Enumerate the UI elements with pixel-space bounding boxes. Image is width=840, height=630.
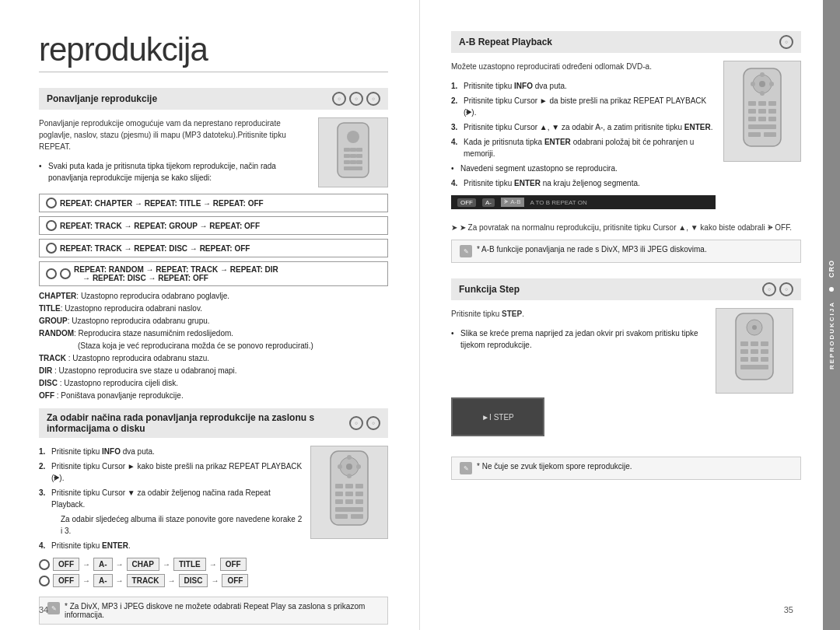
svg-rect-22 <box>335 492 343 496</box>
seq-2: OFF → A- → TRACK → DISC → OFF <box>39 574 303 587</box>
repeat-row-3: REPEAT: TRACK → REPEAT: DISC → REPEAT: O… <box>39 239 388 257</box>
circ-2 <box>46 220 57 231</box>
svg-rect-60 <box>751 357 758 362</box>
disc-icon-ab: ○ <box>779 35 793 49</box>
svg-rect-3 <box>350 148 356 152</box>
circ-4 <box>46 268 57 279</box>
step-header: Funkcija Step ○ ○ <box>451 278 801 300</box>
page-right: A-B Repeat Playback ○ Možete uzastopno r… <box>420 0 840 630</box>
svg-rect-45 <box>758 117 766 121</box>
note-icon-ab: ✎ <box>460 245 472 257</box>
svg-point-17 <box>338 464 342 469</box>
desc-random: : Reproducira staze nasumičnim redoslije… <box>74 329 233 338</box>
desc-dir: : Uzastopno reproducira sve staze u odab… <box>52 366 236 375</box>
ab-active: ᗙ A-B <box>501 198 524 207</box>
seq-off-1b: OFF <box>220 558 247 571</box>
repeat-text-4: REPEAT: RANDOM → REPEAT: TRACK → REPEAT:… <box>74 265 278 282</box>
section1-bullet: Svaki puta kada je pritisnuta tipka tije… <box>39 160 310 184</box>
side-tab-cro: CRO <box>828 260 835 278</box>
svg-rect-28 <box>335 507 363 512</box>
svg-rect-49 <box>764 132 776 137</box>
remote-image-step <box>716 308 793 394</box>
svg-point-33 <box>759 81 765 87</box>
seq-a-1: A- <box>93 558 113 571</box>
ab-steps: 1. Pritisnite tipku INFO dva puta. 2. Pr… <box>451 80 716 189</box>
ab-status-bar: OFF A- ᗙ A-B A TO B REPEAT ON <box>451 195 716 209</box>
step-1: 1. Pritisnite tipku INFO dva puta. <box>39 446 303 457</box>
seq-off-2: OFF <box>53 574 79 587</box>
svg-rect-29 <box>335 514 348 519</box>
main-title: reprodukcija <box>39 31 388 68</box>
svg-point-34 <box>760 72 765 77</box>
seq-disc: DISC <box>179 574 208 587</box>
circ-3 <box>46 243 57 254</box>
remote-image-2 <box>310 446 388 539</box>
repeat-row-2: REPEAT: TRACK → REPEAT: GROUP → REPEAT: … <box>39 216 388 235</box>
svg-rect-19 <box>335 484 343 488</box>
svg-rect-2 <box>344 148 350 152</box>
svg-rect-9 <box>350 160 356 164</box>
remote-image-ab <box>723 61 801 162</box>
svg-rect-24 <box>355 492 363 496</box>
section2-header: Za odabir načina rada ponavljanja reprod… <box>39 408 388 438</box>
page-left: reprodukcija Ponavljanje reprodukcije ○ … <box>0 0 420 630</box>
repeat-text-3: REPEAT: TRACK → REPEAT: DISC → REPEAT: O… <box>60 244 250 253</box>
svg-rect-44 <box>748 117 756 121</box>
step-screen: ►I STEP <box>451 397 544 436</box>
svg-rect-59 <box>740 357 748 362</box>
svg-rect-21 <box>355 484 363 488</box>
seq-circ-2 <box>39 576 50 586</box>
ab-step-2: 2. Pritisnite tipku Cursor ► da biste pr… <box>451 95 716 118</box>
svg-rect-62 <box>740 365 768 369</box>
svg-rect-53 <box>740 341 748 346</box>
note-box-left: ✎ * Za DivX, MP3 i JPEG diskove ne možet… <box>39 597 388 625</box>
svg-rect-25 <box>335 499 343 504</box>
page-num-right: 35 <box>784 605 793 614</box>
desc-chapter: : Uzastopno reproducira odabrano poglavl… <box>76 292 229 300</box>
side-tab-repro: REPRODUKCIJA <box>828 301 835 369</box>
seq-track: TRACK <box>127 574 165 587</box>
repeat-row-4: REPEAT: RANDOM → REPEAT: TRACK → REPEAT:… <box>39 261 388 286</box>
step-screen-text: ►I STEP <box>481 413 514 422</box>
note-icon-step: ✎ <box>460 462 472 474</box>
note-text-ab: * A-B funkcije ponavljanja ne rade s Div… <box>477 245 707 254</box>
term-group: GROUP <box>39 317 68 325</box>
svg-rect-23 <box>345 492 353 496</box>
ab-off-btn: OFF <box>457 198 476 207</box>
svg-rect-47 <box>748 124 776 129</box>
svg-rect-55 <box>761 341 768 346</box>
title-divider <box>39 72 388 72</box>
svg-rect-41 <box>748 109 756 114</box>
svg-point-37 <box>769 82 774 86</box>
disc-icon-1: ○ <box>332 92 346 106</box>
svg-rect-48 <box>748 132 761 137</box>
disc-icon-2: ○ <box>349 92 363 106</box>
ab-step-3: 3. Pritisnite tipku Cursor ▲, ▼ za odabi… <box>451 121 716 133</box>
svg-rect-46 <box>768 117 776 121</box>
svg-point-18 <box>356 464 361 469</box>
svg-rect-4 <box>356 148 362 152</box>
note-box-step: ✎ * Ne čuje se zvuk tijekom spore reprod… <box>451 457 801 480</box>
svg-rect-8 <box>344 160 350 164</box>
note-text-left: * Za DivX, MP3 i JPEG diskove ne možete … <box>65 602 380 619</box>
ab-bar-text: A TO B REPEAT ON <box>530 199 587 206</box>
ab-header: A-B Repeat Playback ○ <box>451 31 801 53</box>
svg-rect-57 <box>751 349 758 354</box>
svg-rect-43 <box>768 109 776 114</box>
repeat-row-1: REPEAT: CHAPTER → REPEAT: TITLE → REPEAT… <box>39 194 388 212</box>
disc-icon-5: ○ <box>366 416 380 430</box>
svg-point-16 <box>347 474 352 478</box>
svg-rect-6 <box>350 154 356 158</box>
steps-block: 1. Pritisnite tipku INFO dva puta. 2. Pr… <box>39 446 303 551</box>
circ-1 <box>46 198 57 208</box>
svg-point-35 <box>760 91 765 96</box>
step-3b: Za odabir sljedećeg albuma ili staze pon… <box>39 513 303 537</box>
step-icons: ○ ○ <box>762 282 793 296</box>
step-3: 3. Pritisnite tipku Cursor ▼ za odabir ž… <box>39 487 303 510</box>
remote-image-1 <box>318 117 388 187</box>
seq-a-2: A- <box>93 574 113 587</box>
svg-point-52 <box>752 325 757 330</box>
term-off: OFF <box>39 391 54 400</box>
repeat-text-2: REPEAT: TRACK → REPEAT: GROUP → REPEAT: … <box>60 222 260 230</box>
seq-title: TITLE <box>173 558 206 571</box>
